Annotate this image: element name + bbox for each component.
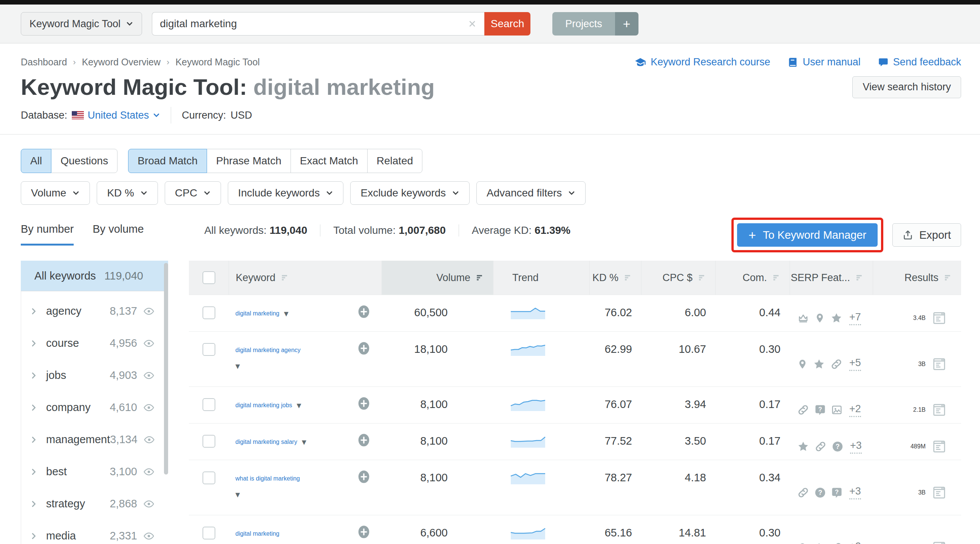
- projects-button[interactable]: Projects: [552, 12, 615, 35]
- eye-icon[interactable]: [143, 498, 154, 510]
- sidebar-item-agency[interactable]: agency8,137: [21, 295, 168, 327]
- filter-advanced-filters[interactable]: Advanced filters: [476, 181, 585, 205]
- to-keyword-manager-button[interactable]: + To Keyword Manager: [737, 223, 878, 247]
- eye-icon[interactable]: [143, 434, 155, 445]
- add-keyword-icon[interactable]: [357, 470, 371, 484]
- link-icon: [815, 441, 827, 453]
- add-keyword-icon[interactable]: [357, 525, 371, 539]
- question-circle-icon: ?: [832, 441, 843, 452]
- column-header-results[interactable]: Results: [873, 261, 961, 295]
- add-keyword-icon[interactable]: [357, 342, 371, 355]
- view-search-history-button[interactable]: View search history: [852, 76, 961, 98]
- keyword-dropdown-arrow[interactable]: ▾: [297, 398, 301, 413]
- row-checkbox[interactable]: [202, 306, 215, 319]
- sidebar-item-company[interactable]: company4,610: [21, 391, 168, 423]
- add-keyword-icon[interactable]: [357, 433, 371, 447]
- column-header-com-[interactable]: Com.: [715, 261, 789, 295]
- breadcrumb-item[interactable]: Keyword Magic Tool: [175, 57, 259, 68]
- serp-more-count[interactable]: +5: [849, 357, 861, 371]
- eye-icon[interactable]: [143, 305, 154, 317]
- row-checkbox[interactable]: [202, 527, 215, 539]
- breadcrumb-item[interactable]: Dashboard: [21, 57, 67, 68]
- serp-more-count[interactable]: +7: [849, 311, 861, 325]
- keyword-link[interactable]: digital marketing: [235, 526, 280, 542]
- serp-more-count[interactable]: +3: [850, 440, 862, 454]
- serp-more-count[interactable]: +2: [849, 541, 861, 544]
- svg-text:?: ?: [818, 489, 822, 496]
- keyword-dropdown-arrow[interactable]: ▾: [302, 434, 306, 450]
- serp-more-count[interactable]: +2: [849, 403, 861, 417]
- eye-icon[interactable]: [143, 466, 154, 477]
- sidebar-item-media[interactable]: media2,331: [21, 520, 168, 544]
- filter-label: KD %: [107, 187, 134, 199]
- tab-questions[interactable]: Questions: [51, 149, 118, 173]
- header-link-book[interactable]: User manual: [788, 56, 861, 68]
- header-link-feedback-bubble[interactable]: Send feedback: [878, 56, 961, 68]
- clear-search-icon[interactable]: [468, 19, 477, 28]
- tab-all[interactable]: All: [21, 149, 51, 173]
- column-header-keyword[interactable]: Keyword: [229, 261, 382, 295]
- column-header-trend[interactable]: Trend: [493, 261, 589, 295]
- tab-exact-match[interactable]: Exact Match: [291, 149, 368, 173]
- chevron-right-icon: [29, 404, 38, 412]
- tab-broad-match[interactable]: Broad Match: [128, 149, 207, 173]
- search-input[interactable]: [160, 18, 468, 30]
- keyword-dropdown-arrow[interactable]: ▾: [235, 358, 240, 374]
- keyword-link[interactable]: digital marketing jobs: [235, 398, 292, 413]
- add-project-button[interactable]: +: [615, 12, 638, 35]
- column-header-serp-feat-[interactable]: SERP Feat...: [789, 261, 873, 295]
- eye-icon[interactable]: [143, 338, 154, 349]
- filter-cpc[interactable]: CPC: [165, 181, 221, 205]
- tab-phrase-match[interactable]: Phrase Match: [207, 149, 291, 173]
- sidebar-scrollbar[interactable]: [164, 263, 168, 474]
- breadcrumb-item[interactable]: Keyword Overview: [82, 57, 161, 68]
- tool-selector-dropdown[interactable]: Keyword Magic Tool: [21, 12, 142, 35]
- database-selector[interactable]: United States: [72, 110, 160, 121]
- filter-include-keywords[interactable]: Include keywords: [228, 181, 344, 205]
- eye-icon[interactable]: [143, 530, 154, 542]
- export-button[interactable]: Export: [892, 223, 961, 247]
- sidebar-item-strategy[interactable]: strategy2,868: [21, 488, 168, 520]
- keyword-lines: digital marketing jobs▾: [229, 398, 301, 413]
- sidebar-item-management[interactable]: management3,134: [21, 423, 168, 456]
- add-keyword-icon[interactable]: [357, 305, 371, 318]
- results-cell: 489M: [873, 423, 961, 460]
- keyword-dropdown-arrow[interactable]: ▾: [284, 305, 289, 321]
- sidebar-item-jobs[interactable]: jobs4,903: [21, 359, 168, 391]
- sidebar-item-all-keywords[interactable]: All keywords 119,040: [21, 261, 168, 291]
- eye-icon[interactable]: [143, 402, 154, 413]
- export-label: Export: [919, 229, 951, 242]
- sidebar-item-best[interactable]: best3,100: [21, 456, 168, 488]
- row-checkbox[interactable]: [202, 471, 215, 484]
- column-header-cpc-$[interactable]: CPC $: [641, 261, 715, 295]
- keyword-link[interactable]: companies: [235, 542, 264, 544]
- results-cell: 3.4B: [873, 295, 961, 331]
- keyword-line: companies▾: [235, 542, 280, 544]
- column-header-volume[interactable]: Volume: [382, 261, 493, 295]
- keyword-link[interactable]: digital marketing agency: [235, 342, 301, 358]
- serp-more-count[interactable]: +3: [849, 485, 861, 499]
- filter-volume[interactable]: Volume: [21, 181, 90, 205]
- keyword-dropdown-arrow[interactable]: ▾: [235, 487, 240, 503]
- sidebar-item-course[interactable]: course4,956: [21, 327, 168, 359]
- keyword-link[interactable]: digital marketing: [235, 305, 280, 321]
- filter-exclude-keywords[interactable]: Exclude keywords: [350, 181, 469, 205]
- chevron-down-icon: [203, 189, 211, 197]
- header-link-graduation-cap[interactable]: Keyword Research course: [635, 56, 770, 68]
- keyword-link[interactable]: digital marketing salary: [235, 434, 298, 450]
- view-tab-by-volume[interactable]: By volume: [92, 223, 143, 245]
- add-keyword-icon[interactable]: [357, 397, 371, 410]
- row-checkbox[interactable]: [202, 398, 215, 411]
- select-all-checkbox[interactable]: [202, 271, 215, 284]
- view-tab-by-number[interactable]: By number: [21, 223, 74, 245]
- filter-kd-[interactable]: KD %: [97, 181, 158, 205]
- row-checkbox[interactable]: [202, 435, 215, 448]
- keyword-dropdown-arrow[interactable]: ▾: [269, 542, 274, 544]
- head-section: Dashboard›Keyword Overview›Keyword Magic…: [0, 56, 980, 124]
- row-checkbox[interactable]: [202, 343, 215, 356]
- column-header-kd-%[interactable]: KD %: [589, 261, 641, 295]
- eye-icon[interactable]: [143, 370, 154, 381]
- search-button[interactable]: Search: [484, 12, 530, 35]
- keyword-link[interactable]: what is digital marketing: [235, 471, 300, 487]
- tab-related[interactable]: Related: [367, 149, 423, 173]
